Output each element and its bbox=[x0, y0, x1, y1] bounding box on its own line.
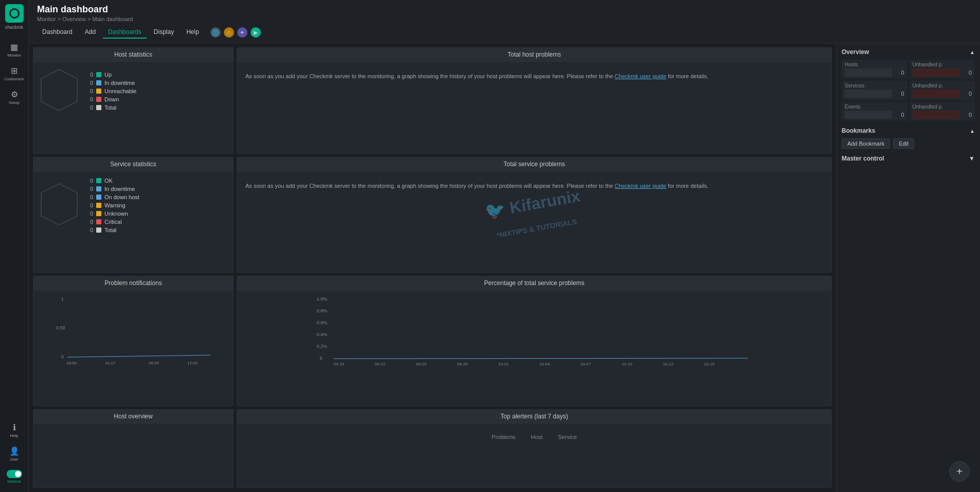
setup-label: Setup bbox=[9, 100, 20, 105]
svg-text:10-10: 10-10 bbox=[622, 362, 633, 366]
problem-notifications-panel: Problem notifications 1 0.50 0 bbox=[33, 276, 234, 406]
monitor-icon: ▦ bbox=[10, 42, 18, 52]
service-hexagon bbox=[39, 181, 80, 229]
overview-chevron[interactable]: ▲ bbox=[970, 49, 975, 55]
percentage-service-panel: Percentage of total service problems 1.0… bbox=[237, 276, 832, 406]
down-dot bbox=[96, 97, 101, 102]
svg-marker-1 bbox=[41, 184, 77, 225]
main-area: Main dashboard Monitor > Overview > Main… bbox=[29, 0, 980, 492]
add-bookmark-button[interactable]: Add Bookmark bbox=[842, 138, 890, 149]
customize-icon: ⊞ bbox=[11, 66, 17, 76]
nav-dashboards[interactable]: Dashboards bbox=[103, 26, 147, 39]
sidebar-item-user[interactable]: 👤 User bbox=[0, 442, 28, 466]
host-stats-body: 0 Up 0 In downtime 0 Unreachable bbox=[33, 62, 233, 120]
percentage-service-header: Percentage of total service problems bbox=[237, 276, 831, 290]
globe-icon[interactable]: 🌐 bbox=[210, 27, 221, 38]
host-hexagon bbox=[39, 67, 80, 115]
bookmarks-title: Bookmarks ▲ bbox=[842, 127, 975, 134]
left-sidebar: checkmk ▦ Monitor ⊞ Customize ⚙ Setup ℹ … bbox=[0, 0, 29, 492]
problem-notif-header: Problem notifications bbox=[33, 276, 233, 290]
hosts-label: Hosts bbox=[845, 62, 904, 67]
warning-dot bbox=[96, 203, 101, 208]
svg-text:1.0%: 1.0% bbox=[317, 296, 328, 302]
unhandled-p1-bar bbox=[913, 68, 960, 77]
sidebar-bottom: ℹ Help 👤 User Sidebar bbox=[0, 418, 28, 488]
svg-text:1: 1 bbox=[61, 296, 64, 302]
svg-text:0: 0 bbox=[320, 356, 323, 361]
top-alerters-panel: Top alerters (last 7 days) Problems Host… bbox=[237, 409, 832, 488]
overview-hosts-cell: Hosts 0 bbox=[842, 60, 907, 79]
unreachable-dot bbox=[96, 89, 101, 94]
brand-label: checkmk bbox=[5, 25, 24, 30]
topbar-nav: Dashboard Add Dashboards Display Help 🌐 … bbox=[37, 26, 972, 39]
nav-add[interactable]: Add bbox=[80, 26, 101, 39]
stat-in-downtime: 0 In downtime bbox=[85, 79, 228, 87]
overview-events-cell: Events 0 bbox=[842, 102, 907, 121]
stat-warning: 0 Warning bbox=[85, 201, 228, 209]
hosts-bar-row: 0 bbox=[845, 68, 904, 77]
monitor-label: Monitor bbox=[7, 53, 21, 58]
stat-total-host: 0 Total bbox=[85, 103, 228, 112]
master-control-title: Master control ▼ bbox=[842, 155, 975, 162]
events-bar bbox=[845, 111, 892, 119]
service-total-dot bbox=[96, 227, 101, 233]
breadcrumb: Monitor > Overview > Main dashboard bbox=[37, 16, 972, 22]
service-stats-list: 0 OK 0 In downtime 0 On down host bbox=[85, 177, 228, 234]
unhandled-p2-bar-row: 0 bbox=[913, 90, 972, 98]
sidebar-toggle-label: Sidebar bbox=[7, 479, 22, 484]
dashboard-grid: Host statistics 0 Up bbox=[29, 43, 836, 492]
add-dashboard-button[interactable]: + bbox=[949, 461, 970, 482]
checkmk-user-guide-link-service[interactable]: Checkmk user guide bbox=[615, 183, 666, 189]
sidebar-item-customize[interactable]: ⊞ Customize bbox=[0, 62, 28, 85]
user-icon: 👤 bbox=[9, 446, 20, 456]
warning-icon[interactable]: ⚠ bbox=[224, 27, 234, 38]
top-alerters-header: Top alerters (last 7 days) bbox=[237, 410, 831, 424]
topbar: Main dashboard Monitor > Overview > Main… bbox=[29, 0, 980, 43]
unhandled-p1-count: 0 bbox=[961, 69, 972, 76]
unhandled-p1-label: Unhandled p. bbox=[913, 62, 972, 67]
nav-display[interactable]: Display bbox=[149, 26, 179, 39]
app-logo[interactable] bbox=[5, 4, 24, 23]
unhandled-p1-bar-row: 0 bbox=[913, 68, 972, 77]
service-stats-header: Service statistics bbox=[33, 157, 233, 171]
unhandled-p2-count: 0 bbox=[961, 91, 972, 97]
nav-help[interactable]: Help bbox=[181, 26, 204, 39]
user-label: User bbox=[10, 457, 19, 462]
master-control-chevron[interactable]: ▼ bbox=[969, 155, 975, 162]
bookmarks-chevron[interactable]: ▲ bbox=[970, 128, 975, 134]
overview-section-title: Overview ▲ bbox=[842, 48, 975, 56]
play-icon[interactable]: ▶ bbox=[251, 27, 261, 38]
stat-on-down-host: 0 On down host bbox=[85, 193, 228, 201]
overview-unhandled-p2-cell: Unhandled p. 0 bbox=[910, 81, 975, 100]
nav-dashboard[interactable]: Dashboard bbox=[37, 26, 78, 39]
stat-down: 0 Down bbox=[85, 95, 228, 103]
checkmk-icon[interactable]: ✦ bbox=[237, 27, 247, 38]
sidebar-item-sidebar[interactable]: Sidebar bbox=[0, 466, 28, 488]
sidebar-item-help[interactable]: ℹ Help bbox=[0, 418, 28, 442]
svg-text:0.6%: 0.6% bbox=[317, 320, 328, 325]
help-label: Help bbox=[10, 433, 18, 438]
events-count: 0 bbox=[894, 112, 904, 118]
unknown-dot bbox=[96, 211, 101, 216]
total-service-header: Total service problems bbox=[237, 157, 831, 171]
svg-text:09-28: 09-28 bbox=[457, 362, 468, 366]
stat-up: 0 Up bbox=[85, 71, 228, 79]
sidebar-item-monitor[interactable]: ▦ Monitor bbox=[0, 38, 28, 62]
services-bar bbox=[845, 90, 892, 98]
sidebar-item-setup[interactable]: ⚙ Setup bbox=[0, 85, 28, 109]
svg-text:09-19: 09-19 bbox=[334, 362, 345, 366]
unhandled-p3-count: 0 bbox=[961, 112, 972, 118]
checkmk-user-guide-link-host[interactable]: Checkmk user guide bbox=[615, 73, 666, 79]
host-overview-panel: Host overview bbox=[33, 409, 234, 488]
total-host-problems-panel: Total host problems As soon as you add y… bbox=[237, 47, 832, 154]
host-stats-header: Host statistics bbox=[33, 48, 233, 62]
help-icon: ℹ bbox=[13, 423, 16, 432]
svg-text:10-04: 10-04 bbox=[540, 362, 550, 366]
total-host-header: Total host problems bbox=[237, 48, 831, 62]
edit-bookmark-button[interactable]: Edit bbox=[893, 138, 914, 149]
svg-text:10-13: 10-13 bbox=[663, 362, 674, 366]
hosts-count: 0 bbox=[894, 69, 904, 76]
host-overview-header: Host overview bbox=[33, 410, 233, 424]
service-statistics-panel: Service statistics 0 OK bbox=[33, 157, 234, 273]
svg-text:0.8%: 0.8% bbox=[317, 308, 328, 313]
